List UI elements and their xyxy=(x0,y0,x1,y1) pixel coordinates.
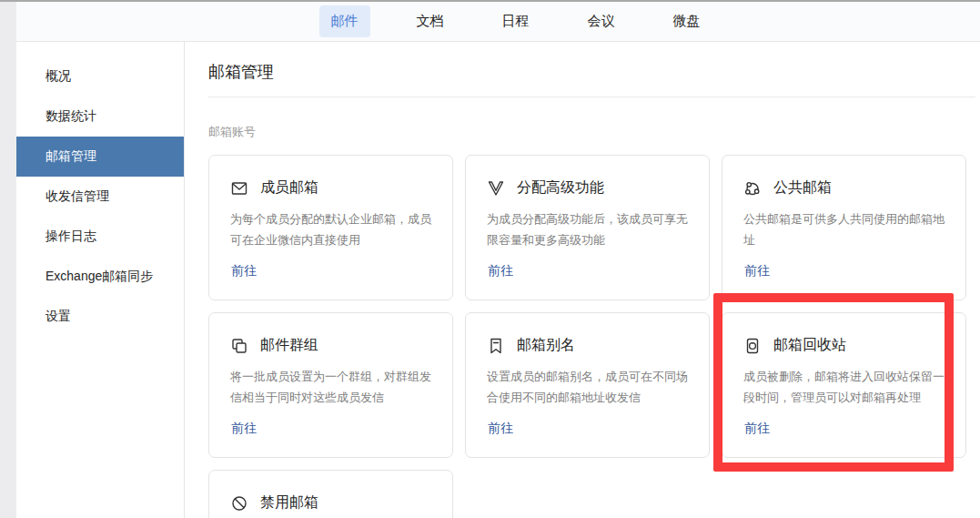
card-title: 公共邮箱 xyxy=(773,178,832,198)
bookmark-icon xyxy=(487,337,505,355)
sidebar-item-exchange-sync[interactable]: Exchange邮箱同步 xyxy=(16,257,184,297)
card-title: 邮件群组 xyxy=(260,336,318,355)
card-description: 设置成员的邮箱别名，成员可在不同场合使用不同的邮箱地址收发信 xyxy=(487,367,688,409)
goto-link[interactable]: 前往 xyxy=(231,421,257,437)
card-mail-group: 邮件群组 将一批成员设置为一个群组，对群组发信相当于同时对这些成员发信 前往 xyxy=(208,312,453,458)
card-title: 邮箱回收站 xyxy=(773,336,846,355)
main-content: 邮箱管理 邮箱账号 成员邮箱 为每个成员分配的默认企业邮箱，成员可在企业微信内直… xyxy=(186,42,980,518)
share-circles-icon xyxy=(743,179,762,198)
sidebar-item-overview[interactable]: 概况 xyxy=(16,56,184,96)
card-premium-features: 分配高级功能 为成员分配高级功能后，该成员可享无限容量和更多高级功能 前往 xyxy=(465,155,710,300)
sidebar-item-statistics[interactable]: 数据统计 xyxy=(16,96,184,137)
card-description: 为成员分配高级功能后，该成员可享无限容量和更多高级功能 xyxy=(487,209,688,251)
tab-schedule[interactable]: 日程 xyxy=(490,5,541,37)
goto-link[interactable]: 前往 xyxy=(488,421,513,437)
card-title: 邮箱别名 xyxy=(517,336,575,355)
vip-icon xyxy=(487,179,505,198)
card-grid: 成员邮箱 为每个成员分配的默认企业邮箱，成员可在企业微信内直接使用 前往 分配高… xyxy=(208,155,975,518)
card-mailbox-recycle-bin: 邮箱回收站 成员被删除，邮箱将进入回收站保留一段时间，管理员可以对邮箱再处理 前… xyxy=(722,312,966,458)
envelope-icon xyxy=(230,179,248,198)
sidebar-item-send-receive-management[interactable]: 收发信管理 xyxy=(16,177,184,217)
card-description: 将一批成员设置为一个群组，对群组发信相当于同时对这些成员发信 xyxy=(230,367,431,409)
overlap-squares-icon xyxy=(230,337,248,355)
tab-mail[interactable]: 邮件 xyxy=(319,5,370,37)
sidebar: 概况 数据统计 邮箱管理 收发信管理 操作日志 Exchange邮箱同步 设置 xyxy=(16,42,185,518)
card-title: 成员邮箱 xyxy=(260,178,318,198)
card-disabled-mailbox: 禁用邮箱 xyxy=(208,470,453,518)
sidebar-item-settings[interactable]: 设置 xyxy=(16,297,184,337)
ban-icon xyxy=(230,494,248,513)
card-description: 公共邮箱是可供多人共同使用的邮箱地址 xyxy=(743,209,945,251)
page-title: 邮箱管理 xyxy=(208,60,975,84)
card-member-mailbox: 成员邮箱 为每个成员分配的默认企业邮箱，成员可在企业微信内直接使用 前往 xyxy=(208,155,453,300)
divider xyxy=(208,96,975,97)
goto-link[interactable]: 前往 xyxy=(231,263,257,279)
sidebar-item-operation-log[interactable]: 操作日志 xyxy=(16,217,184,257)
goto-link[interactable]: 前往 xyxy=(744,421,770,437)
left-gutter xyxy=(0,2,16,518)
tab-meeting[interactable]: 会议 xyxy=(576,5,627,37)
card-description: 成员被删除，邮箱将进入回收站保留一段时间，管理员可以对邮箱再处理 xyxy=(743,367,945,409)
sidebar-item-mailbox-management[interactable]: 邮箱管理 xyxy=(16,137,184,177)
section-label-mail-accounts: 邮箱账号 xyxy=(208,125,975,139)
tab-docs[interactable]: 文档 xyxy=(405,5,456,37)
card-description: 为每个成员分配的默认企业邮箱，成员可在企业微信内直接使用 xyxy=(230,209,431,251)
card-title: 分配高级功能 xyxy=(517,178,604,198)
window-top-edge xyxy=(0,0,980,2)
card-title: 禁用邮箱 xyxy=(260,493,318,513)
goto-link[interactable]: 前往 xyxy=(488,263,513,279)
goto-link[interactable]: 前往 xyxy=(744,263,770,279)
card-public-mailbox: 公共邮箱 公共邮箱是可供多人共同使用的邮箱地址 前往 xyxy=(722,155,966,300)
card-mailbox-alias: 邮箱别名 设置成员的邮箱别名，成员可在不同场合使用不同的邮箱地址收发信 前往 xyxy=(465,312,710,458)
recycle-bin-icon xyxy=(743,337,762,355)
top-navigation: 邮件 文档 日程 会议 微盘 xyxy=(16,2,980,42)
tab-drive[interactable]: 微盘 xyxy=(662,5,712,37)
